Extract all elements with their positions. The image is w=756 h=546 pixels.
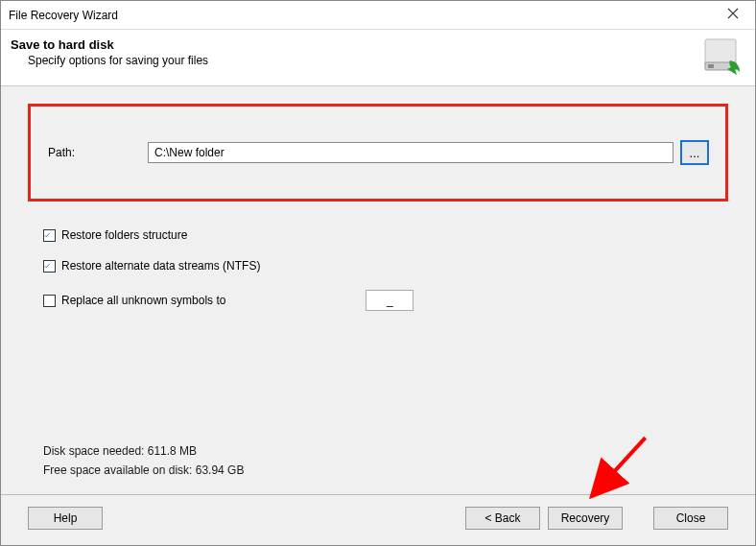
options-group: Restore folders structure Restore altern… <box>43 228 728 311</box>
path-label: Path: <box>48 146 140 159</box>
restore-ads-checkbox[interactable] <box>43 260 56 273</box>
recovery-button[interactable]: Recovery <box>548 507 623 530</box>
path-section: Path: ... <box>28 104 728 202</box>
restore-folders-label: Restore folders structure <box>61 228 187 242</box>
hard-disk-icon <box>699 36 745 78</box>
replace-symbols-row: Replace all unknown symbols to <box>43 290 728 311</box>
page-heading: Save to hard disk <box>11 37 208 52</box>
wizard-window: File Recovery Wizard Save to hard disk S… <box>0 0 756 546</box>
wizard-header: Save to hard disk Specify options for sa… <box>1 30 755 86</box>
browse-button[interactable]: ... <box>681 141 708 164</box>
restore-ads-label: Restore alternate data streams (NTFS) <box>61 259 260 273</box>
window-title: File Recovery Wizard <box>9 9 118 22</box>
window-close-button[interactable] <box>711 1 755 30</box>
separator <box>1 494 755 495</box>
restore-ads-row: Restore alternate data streams (NTFS) <box>43 259 728 273</box>
close-button[interactable]: Close <box>653 507 728 530</box>
content-area: Path: ... Restore folders structure Rest… <box>1 86 755 545</box>
titlebar: File Recovery Wizard <box>1 1 755 30</box>
close-icon <box>727 8 739 22</box>
svg-rect-2 <box>708 64 714 68</box>
restore-folders-checkbox[interactable] <box>43 229 56 242</box>
restore-folders-row: Restore folders structure <box>43 228 728 242</box>
path-input[interactable] <box>148 142 673 163</box>
page-subheading: Specify options for saving your files <box>28 54 208 67</box>
replace-symbols-checkbox[interactable] <box>43 295 56 307</box>
back-button[interactable]: < Back <box>465 507 540 530</box>
replace-symbols-label: Replace all unknown symbols to <box>61 294 225 307</box>
help-button[interactable]: Help <box>28 507 103 530</box>
button-bar: Help < Back Recovery Close <box>28 507 728 535</box>
ellipsis-icon: ... <box>690 146 700 160</box>
disk-space-free: Free space available on disk: 63.94 GB <box>43 463 728 477</box>
replace-symbols-input[interactable] <box>366 290 413 311</box>
disk-info: Disk space needed: 611.8 MB Free space a… <box>43 444 728 483</box>
disk-space-needed: Disk space needed: 611.8 MB <box>43 444 728 458</box>
